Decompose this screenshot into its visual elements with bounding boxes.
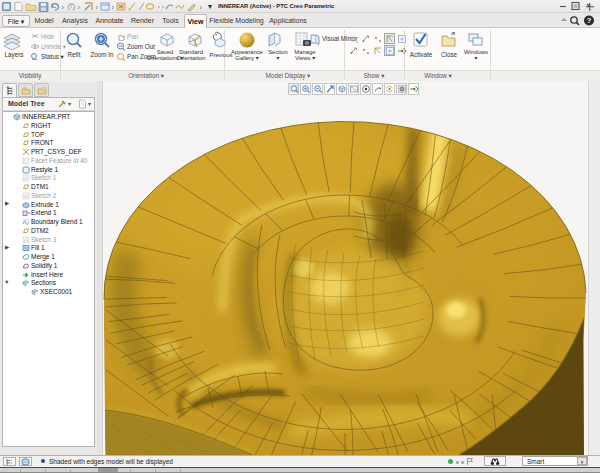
svg-text:?: ?: [587, 16, 592, 25]
